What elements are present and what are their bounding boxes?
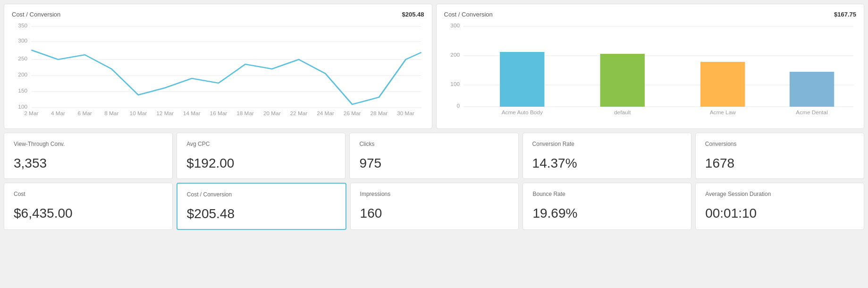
metric-label-cost-conversion: Cost / Conversion [187,191,336,198]
metric-label-cost: Cost [14,191,163,197]
svg-text:20 Mar: 20 Mar [263,111,281,116]
svg-text:10 Mar: 10 Mar [130,111,147,116]
svg-rect-35 [500,52,544,107]
metric-value-avg-cpc: $192.00 [186,156,336,171]
svg-text:350: 350 [18,23,27,28]
svg-text:4 Mar: 4 Mar [51,111,66,116]
metric-label-conversion-rate: Conversion Rate [532,141,682,147]
svg-text:Acme Dental: Acme Dental [796,110,827,115]
charts-row: Cost / Conversion $205.48 350 300 250 20… [4,4,864,129]
metric-card-conversions[interactable]: Conversions 1678 [695,133,864,179]
metric-value-bounce-rate: 19.69% [532,206,682,221]
svg-text:100: 100 [18,104,27,110]
svg-text:200: 200 [18,72,27,77]
metric-value-conversions: 1678 [705,156,854,171]
metric-value-cost: $6,435.00 [14,206,163,221]
metric-label-avg-cpc: Avg CPC [186,141,336,147]
metric-card-cost-conversion[interactable]: Cost / Conversion $205.48 [177,183,346,230]
svg-text:100: 100 [450,82,460,87]
svg-text:2 Mar: 2 Mar [24,111,39,116]
svg-text:default: default [614,110,631,115]
svg-text:22 Mar: 22 Mar [290,111,308,116]
metric-value-conversion-rate: 14.37% [532,156,682,171]
svg-text:12 Mar: 12 Mar [156,111,174,116]
bar-chart-title: Cost / Conversion [444,11,493,18]
svg-text:200: 200 [450,52,460,58]
svg-text:0: 0 [456,103,460,109]
metric-value-clicks: 975 [359,156,508,171]
svg-rect-39 [700,62,744,107]
line-chart-value: $205.48 [402,11,424,18]
metric-label-view-through-conv: View-Through Conv. [14,141,163,147]
metric-card-view-through-conv[interactable]: View-Through Conv. 3,353 [4,133,173,179]
svg-text:24 Mar: 24 Mar [317,111,334,116]
bar-chart-value: $167.75 [834,11,856,18]
svg-rect-37 [600,54,644,107]
metric-value-avg-session: 00:01:10 [705,206,854,221]
metric-card-conversion-rate[interactable]: Conversion Rate 14.37% [522,133,691,179]
metric-value-cost-conversion: $205.48 [187,206,336,221]
metric-label-conversions: Conversions [705,141,854,147]
metric-card-clicks[interactable]: Clicks 975 [349,133,518,179]
svg-text:26 Mar: 26 Mar [344,111,361,116]
svg-text:6 Mar: 6 Mar [78,111,93,116]
svg-rect-41 [789,72,834,107]
svg-text:16 Mar: 16 Mar [210,111,228,116]
metric-card-avg-cpc[interactable]: Avg CPC $192.00 [177,133,346,179]
svg-text:30 Mar: 30 Mar [397,111,414,116]
metric-label-impressions: Impressions [360,191,509,197]
svg-text:300: 300 [18,38,27,43]
metric-label-avg-session: Average Session Duration [705,191,854,197]
dashboard: Cost / Conversion $205.48 350 300 250 20… [0,0,868,288]
bar-chart-header: Cost / Conversion $167.75 [444,11,857,18]
svg-text:300: 300 [450,23,460,28]
line-chart: 350 300 250 200 150 100 2 M [12,22,424,116]
bar-chart-card: Cost / Conversion $167.75 300 200 100 0 [436,4,865,129]
metric-card-impressions[interactable]: Impressions 160 [350,183,519,230]
svg-text:28 Mar: 28 Mar [371,111,388,116]
metric-card-avg-session[interactable]: Average Session Duration 00:01:10 [695,183,864,230]
line-chart-title: Cost / Conversion [12,11,60,18]
svg-text:18 Mar: 18 Mar [236,111,254,116]
line-chart-card: Cost / Conversion $205.48 350 300 250 20… [4,4,432,129]
metric-value-view-through-conv: 3,353 [14,156,163,171]
svg-text:14 Mar: 14 Mar [183,111,201,116]
bar-chart: 300 200 100 0 Acme Auto Body default [444,22,857,116]
svg-text:250: 250 [18,56,27,61]
metric-value-impressions: 160 [360,206,509,221]
metric-card-cost[interactable]: Cost $6,435.00 [4,183,173,230]
svg-text:Acme Auto Body: Acme Auto Body [501,110,543,115]
metric-label-bounce-rate: Bounce Rate [532,191,682,197]
metric-label-clicks: Clicks [359,141,508,147]
bottom-metrics-row: Cost $6,435.00 Cost / Conversion $205.48… [4,183,864,230]
line-chart-header: Cost / Conversion $205.48 [12,11,424,18]
svg-text:150: 150 [18,88,27,93]
svg-text:8 Mar: 8 Mar [104,111,119,116]
top-metrics-row: View-Through Conv. 3,353 Avg CPC $192.00… [4,133,864,179]
metric-card-bounce-rate[interactable]: Bounce Rate 19.69% [522,183,691,230]
svg-text:Acme Law: Acme Law [709,110,735,115]
